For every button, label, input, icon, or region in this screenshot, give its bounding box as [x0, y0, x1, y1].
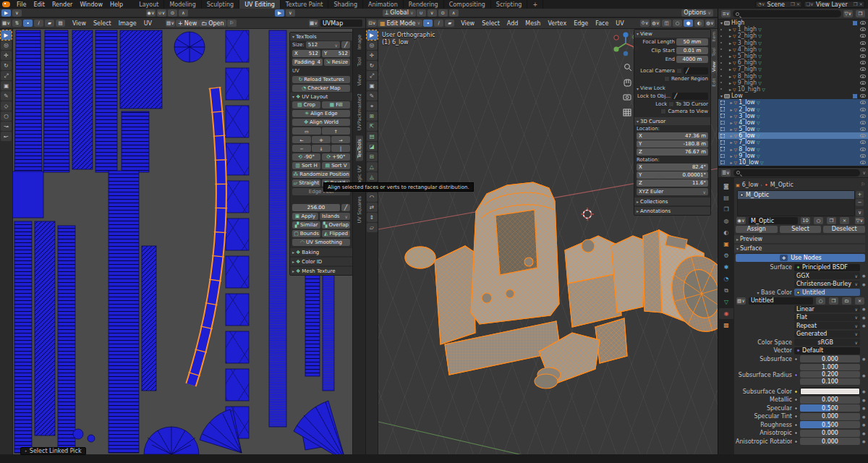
- fake-user-icon[interactable]: ○: [814, 217, 823, 224]
- image-browse-icon[interactable]: ▧∨: [166, 20, 175, 27]
- color-space-dropdown[interactable]: sRGB∨: [794, 339, 860, 346]
- viewport-menu-item[interactable]: UV: [612, 20, 627, 27]
- sort-h-button[interactable]: ▥Sort H: [292, 162, 320, 169]
- object-properties-tab[interactable]: ▣: [719, 239, 733, 250]
- hide-icon[interactable]: [860, 88, 866, 91]
- rotate-minus90-button[interactable]: ⟲-90°: [292, 153, 320, 161]
- properties-search-input[interactable]: [733, 169, 860, 177]
- viewport-menu-item[interactable]: View: [457, 20, 478, 27]
- xray-toggle-icon[interactable]: ◫: [662, 20, 671, 27]
- outliner-search-input[interactable]: [733, 10, 841, 17]
- eyedropper-icon[interactable]: ╱: [341, 41, 350, 48]
- uvmap-name-field[interactable]: UVMap: [320, 20, 362, 27]
- collection-row-high[interactable]: ▾ High: [718, 20, 868, 26]
- reload-textures-button[interactable]: ↻Reload Textures: [292, 76, 350, 83]
- solid-shading-icon[interactable]: ●: [684, 20, 693, 27]
- hide-icon[interactable]: [860, 48, 866, 51]
- remove-slot-button[interactable]: −: [856, 199, 864, 206]
- align-up-button[interactable]: ↑: [322, 127, 351, 135]
- viewport-menu-item[interactable]: Edge: [570, 20, 592, 27]
- snap-dropdown-icon[interactable]: ∨: [427, 9, 437, 17]
- falloff-icon[interactable]: ∧: [449, 9, 459, 17]
- outliner-item-high[interactable]: ▸ ▽ 4_high ▽: [718, 46, 868, 53]
- sidebar-tab[interactable]: Tool: [356, 54, 363, 69]
- scale-tool[interactable]: ⤢: [1, 71, 12, 80]
- editor-type-icon[interactable]: ☰∨: [721, 169, 731, 177]
- align-edge-button[interactable]: ✳Align Edge: [292, 110, 350, 117]
- lock-to-object-field[interactable]: ╱: [672, 93, 708, 100]
- transform-tool[interactable]: ▣: [367, 81, 378, 90]
- local-camera-checkbox[interactable]: [676, 68, 682, 74]
- extension-dropdown[interactable]: Repeat∨: [794, 322, 860, 329]
- sidebar-tab[interactable]: Item: [711, 30, 718, 43]
- hide-icon[interactable]: [860, 101, 866, 104]
- interpolation-dropdown[interactable]: Linear∨: [794, 305, 860, 313]
- workspace-tab[interactable]: Animation: [363, 0, 404, 9]
- outliner-item-low[interactable]: ▸ ▽ 5_low ▽: [718, 126, 868, 132]
- hide-icon[interactable]: [860, 154, 866, 158]
- pinch-brush-tool[interactable]: ↜: [1, 132, 12, 141]
- rotate-plus90-button[interactable]: ⟳+90°: [322, 153, 350, 161]
- select-button[interactable]: Select: [780, 226, 822, 233]
- bevel-tool[interactable]: ◪: [367, 142, 378, 151]
- users-count-button[interactable]: 10: [801, 217, 810, 224]
- align-center-button[interactable]: ✛: [312, 136, 331, 143]
- material-name-field[interactable]: M_Optic: [749, 217, 798, 224]
- anisotropic-rotation-slider[interactable]: 0.000: [800, 438, 860, 445]
- pin-icon[interactable]: ⚐: [227, 20, 237, 27]
- outliner-item-low[interactable]: ▸ ▽ 7_low ▽: [718, 139, 868, 145]
- crop-button[interactable]: ▧Crop: [292, 101, 320, 109]
- blender-logo-icon[interactable]: [2, 1, 10, 7]
- hide-icon[interactable]: [860, 121, 866, 124]
- uv-menu-item[interactable]: Image: [115, 20, 140, 27]
- cursor-location-z[interactable]: Z76.67 m: [637, 148, 708, 156]
- rendered-shading-icon[interactable]: ◍∨: [705, 20, 715, 27]
- pan-hand-icon[interactable]: [624, 80, 631, 86]
- edge-select-mode[interactable]: ∕: [434, 20, 443, 27]
- add-cube-tool[interactable]: ⊞: [367, 111, 378, 121]
- align-vertical-button[interactable]: │: [331, 145, 350, 152]
- outliner-item-low[interactable]: ▸ ▽ 1_low ▽: [718, 99, 868, 106]
- fill-button[interactable]: ▦Fill: [322, 101, 350, 109]
- workspace-tab[interactable]: Compositing: [444, 0, 491, 9]
- v3d-tool-dropdown-icon[interactable]: ∨: [286, 9, 295, 17]
- relax-brush-tool[interactable]: ↝: [1, 122, 12, 131]
- viewport-menu-item[interactable]: Mesh: [522, 20, 544, 27]
- sidebar-tab[interactable]: View: [711, 60, 718, 73]
- open-image-button[interactable]: 🗀Open: [199, 20, 226, 27]
- knife-tool[interactable]: △: [367, 162, 378, 171]
- viewport-menu-item[interactable]: Select: [478, 20, 503, 27]
- tool-dropdown-icon[interactable]: ∨: [12, 9, 22, 17]
- base-color-field[interactable]: Untitled: [794, 289, 860, 296]
- hide-icon[interactable]: [860, 21, 866, 25]
- wireframe-shading-icon[interactable]: ○: [673, 20, 682, 27]
- collapsed-panel-header[interactable]: ▸❖Color ID: [290, 258, 352, 266]
- sidebar-tab[interactable]: TexTools: [356, 136, 363, 161]
- hide-icon[interactable]: [860, 54, 866, 58]
- scene-selector[interactable]: ◔∨ Scene ❐ ×: [755, 1, 802, 8]
- align-right-button[interactable]: →: [331, 136, 350, 143]
- scene-properties-tab[interactable]: ◍: [719, 216, 733, 226]
- uv-layout-panel-header[interactable]: ▾❖UV Layout: [290, 93, 352, 101]
- subsurface-radius-z[interactable]: 0.100: [800, 378, 860, 385]
- select-similar-button[interactable]: ▞Similar: [292, 221, 320, 229]
- straight-button[interactable]: ▱Straight: [292, 179, 320, 187]
- vector-field[interactable]: Default: [794, 347, 860, 354]
- new-image-icon[interactable]: ❐: [829, 297, 838, 305]
- material-shading-icon[interactable]: ◐: [694, 20, 704, 27]
- vertex-select-icon[interactable]: ∙: [23, 20, 33, 27]
- browse-material-icon[interactable]: ◉∨: [736, 217, 746, 224]
- outliner-item-high[interactable]: ▸ ▽ 7_high ▽: [718, 66, 868, 72]
- particles-properties-tab[interactable]: ✱: [719, 262, 733, 273]
- constraints-properties-tab[interactable]: ⧉: [719, 285, 733, 296]
- close-icon[interactable]: ×: [859, 1, 863, 7]
- clip-start-field[interactable]: 0.01 m: [676, 47, 708, 54]
- uv-smoothing-button[interactable]: ◠UV Smoothing: [292, 239, 350, 246]
- copy-icon[interactable]: ❐: [791, 1, 795, 7]
- workspace-tab[interactable]: Sculpting: [202, 0, 239, 9]
- outliner-item-low[interactable]: ▸ ▽ 9_low ▽: [718, 153, 868, 159]
- cursor-rotation-x[interactable]: X82.4°: [637, 163, 708, 171]
- size-x-field[interactable]: X512: [292, 50, 320, 57]
- subsurface-color-swatch[interactable]: [800, 388, 860, 395]
- islands-dropdown[interactable]: Islands∨: [320, 213, 350, 220]
